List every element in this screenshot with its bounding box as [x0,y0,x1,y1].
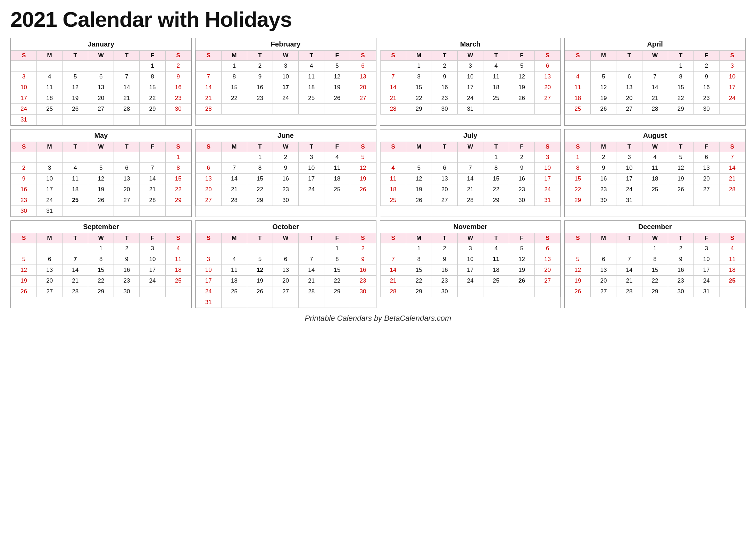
week-row: 12 [11,61,191,72]
week-row: 262728293031 [565,286,745,297]
day-cell: 23 [350,276,376,286]
day-cell: 7 [380,254,406,265]
day-cell [324,104,350,115]
day-cell [140,152,165,163]
day-cell [273,104,299,115]
day-cell: 22 [406,93,432,104]
day-cell [140,115,165,125]
weekday-header: F [140,233,165,243]
day-cell: 29 [247,195,273,206]
day-cell: 15 [247,174,273,184]
day-cell: 10 [37,174,63,184]
day-cell: 1 [247,152,273,163]
weekday-header: W [457,142,483,152]
month-title-august: August [565,129,745,142]
day-cell: 17 [616,174,642,184]
day-cell: 12 [406,174,432,184]
day-cell: 29 [668,104,693,115]
weekday-header: W [642,51,668,61]
day-cell: 29 [88,286,114,297]
day-cell: 13 [535,254,560,265]
weekday-header: T [299,51,324,61]
day-cell: 5 [668,152,693,163]
day-cell: 15 [406,82,432,93]
week-row: 10111213141516 [196,265,376,276]
day-cell [509,286,534,297]
day-cell [247,243,273,254]
week-row: 12131415161718 [565,265,745,276]
day-cell: 12 [509,72,534,82]
day-cell: 20 [88,93,114,104]
day-cell: 21 [299,276,324,286]
day-cell: 11 [63,174,88,184]
day-cell [63,243,88,254]
week-row: 10111213141516 [11,82,191,93]
day-cell: 2 [247,61,273,72]
day-cell: 12 [11,265,37,276]
day-cell: 20 [273,276,299,286]
day-cell: 4 [565,72,591,82]
day-cell: 14 [299,265,324,276]
day-cell: 1 [483,152,509,163]
weekday-header: M [221,233,247,243]
day-cell: 27 [350,93,376,104]
day-cell: 27 [616,104,642,115]
weekday-header: W [88,233,114,243]
day-cell: 27 [535,276,560,286]
day-cell: 14 [380,265,406,276]
day-cell: 31 [11,115,37,125]
week-row: 282930 [380,286,560,297]
weekday-header: T [114,142,140,152]
day-cell: 16 [668,265,693,276]
day-cell: 13 [591,265,616,276]
month-title-october: October [196,221,376,233]
week-row: 23242526272829 [11,195,191,206]
day-cell: 5 [591,72,616,82]
day-cell: 1 [565,152,591,163]
day-cell: 31 [693,286,719,297]
day-cell: 9 [509,163,534,174]
week-row: 15161718192021 [565,174,745,184]
day-cell: 15 [165,174,191,184]
day-cell: 28 [380,286,406,297]
day-cell: 5 [88,163,114,174]
day-cell: 5 [565,254,591,265]
weekday-header: T [63,51,88,61]
day-cell: 26 [406,195,432,206]
day-cell: 9 [273,163,299,174]
day-cell: 13 [350,72,376,82]
day-cell: 9 [11,174,37,184]
day-cell: 5 [350,152,376,163]
day-cell: 30 [114,286,140,297]
weekday-header: S [565,51,591,61]
day-cell: 19 [509,82,534,93]
day-cell: 24 [535,184,560,195]
weekday-header: W [457,51,483,61]
day-cell: 13 [432,174,457,184]
day-cell: 12 [591,82,616,93]
day-cell: 14 [63,265,88,276]
week-row: 123 [565,61,745,72]
day-cell: 3 [616,152,642,163]
weekday-header: F [693,51,719,61]
weekday-header: T [668,51,693,61]
day-cell: 22 [642,276,668,286]
week-row: 16171819202122 [11,184,191,195]
day-cell: 24 [140,276,165,286]
weekday-header: M [221,142,247,152]
weekday-header: S [565,233,591,243]
day-cell: 2 [693,61,719,72]
day-cell: 16 [273,174,299,184]
day-cell: 21 [616,276,642,286]
month-title-may: May [11,129,191,142]
day-cell [616,243,642,254]
day-cell: 20 [693,174,719,184]
day-cell: 26 [668,184,693,195]
day-cell: 21 [140,184,165,195]
day-cell: 1 [88,243,114,254]
week-row: 9101112131415 [11,174,191,184]
day-cell: 27 [591,286,616,297]
day-cell: 21 [457,184,483,195]
day-cell: 8 [140,72,165,82]
day-cell: 2 [350,243,376,254]
